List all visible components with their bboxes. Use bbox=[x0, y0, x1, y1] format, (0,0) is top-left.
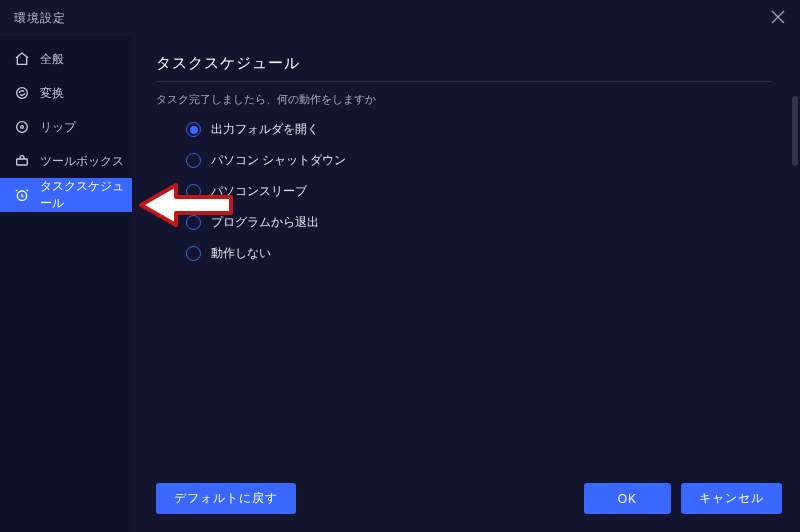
titlebar: 環境設定 bbox=[0, 0, 800, 36]
radio-icon bbox=[186, 122, 201, 137]
cancel-button[interactable]: キャンセル bbox=[681, 483, 782, 514]
sidebar-item-label: ツールボックス bbox=[40, 153, 124, 170]
radio-icon bbox=[186, 215, 201, 230]
option-none[interactable]: 動作しない bbox=[186, 245, 772, 262]
sidebar-item-rip[interactable]: リップ bbox=[0, 110, 132, 144]
window-title: 環境設定 bbox=[14, 10, 66, 27]
svg-point-2 bbox=[17, 88, 28, 99]
sidebar-item-label: 全般 bbox=[40, 51, 64, 68]
convert-icon bbox=[14, 85, 30, 101]
option-exit[interactable]: プログラムから退出 bbox=[186, 214, 772, 231]
sidebar: 全般 変换 リップ ツールボックス タスクスケジュール bbox=[0, 36, 132, 532]
svg-point-3 bbox=[17, 122, 28, 133]
option-shutdown[interactable]: パソコン シャットダウン bbox=[186, 152, 772, 169]
option-sleep[interactable]: パソコンスリーブ bbox=[186, 183, 772, 200]
scrollbar-thumb[interactable] bbox=[792, 96, 798, 166]
sidebar-item-general[interactable]: 全般 bbox=[0, 42, 132, 76]
disc-icon bbox=[14, 119, 30, 135]
sidebar-item-toolbox[interactable]: ツールボックス bbox=[0, 144, 132, 178]
task-options: 出力フォルダを開く パソコン シャットダウン パソコンスリーブ プログラムから退… bbox=[156, 121, 772, 262]
sidebar-item-task-schedule[interactable]: タスクスケジュール bbox=[0, 178, 132, 212]
sidebar-item-label: 変换 bbox=[40, 85, 64, 102]
sidebar-item-convert[interactable]: 変换 bbox=[0, 76, 132, 110]
svg-rect-5 bbox=[17, 159, 28, 165]
option-label: パソコン シャットダウン bbox=[211, 152, 346, 169]
option-label: 動作しない bbox=[211, 245, 271, 262]
svg-point-4 bbox=[21, 126, 24, 129]
option-label: プログラムから退出 bbox=[211, 214, 319, 231]
ok-button[interactable]: OK bbox=[584, 483, 671, 514]
option-label: 出力フォルダを開く bbox=[211, 121, 319, 138]
sidebar-item-label: リップ bbox=[40, 119, 76, 136]
toolbox-icon bbox=[14, 153, 30, 169]
option-label: パソコンスリーブ bbox=[211, 183, 307, 200]
radio-icon bbox=[186, 153, 201, 168]
radio-icon bbox=[186, 246, 201, 261]
footer: デフォルトに戻す OK キャンセル bbox=[156, 483, 782, 514]
content-panel: タスクスケジュール タスク完了しましたら、何の動作をしますか 出力フォルダを開く… bbox=[132, 36, 800, 532]
footer-right: OK キャンセル bbox=[584, 483, 782, 514]
home-icon bbox=[14, 51, 30, 67]
close-button[interactable] bbox=[770, 9, 786, 28]
section-title: タスクスケジュール bbox=[156, 54, 772, 82]
body: 全般 変换 リップ ツールボックス タスクスケジュール bbox=[0, 36, 800, 532]
radio-icon bbox=[186, 184, 201, 199]
sidebar-item-label: タスクスケジュール bbox=[40, 178, 132, 212]
alarm-icon bbox=[14, 187, 30, 203]
option-open-folder[interactable]: 出力フォルダを開く bbox=[186, 121, 772, 138]
reset-button[interactable]: デフォルトに戻す bbox=[156, 483, 296, 514]
section-desc: タスク完了しましたら、何の動作をしますか bbox=[156, 92, 772, 107]
close-icon bbox=[770, 9, 786, 25]
